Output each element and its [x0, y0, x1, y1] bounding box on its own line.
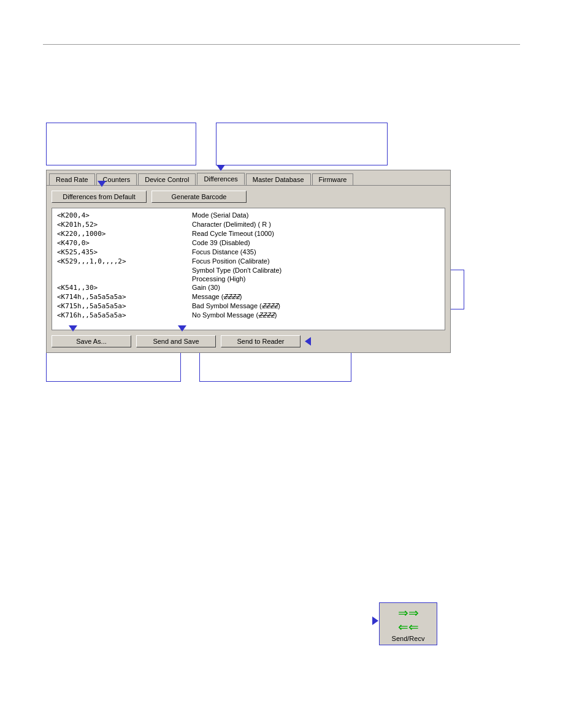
callout-box-topright: [216, 123, 388, 165]
data-row-8: Processing (High): [57, 275, 440, 283]
tab-counters-label: Counters: [103, 176, 131, 183]
data-left-7: [57, 267, 192, 274]
data-row-11: <K715h,,5a5a5a5a> Bad Symbol Message (ZZ…: [57, 301, 440, 311]
send-recv-label: Send/Recv: [392, 635, 425, 642]
data-left-8: [57, 275, 192, 282]
tab-read-rate[interactable]: Read Rate: [49, 173, 95, 185]
tab-master-database-label: Master Database: [253, 176, 304, 183]
data-row-1: <K200,4> Mode (Serial Data): [57, 211, 440, 220]
send-recv-box-arrow: [372, 616, 378, 625]
data-left-9: <K541,,30>: [57, 284, 192, 292]
data-row-10: <K714h,,5a5a5a5a> Message (ZZZZ): [57, 292, 440, 301]
data-right-11: Bad Symbol Message (ZZZZ): [192, 302, 440, 310]
save-as-button[interactable]: Save As...: [52, 335, 131, 347]
data-right-6: Focus Position (Calibrate): [192, 257, 440, 265]
top-button-row: Differences from Default Generate Barcod…: [52, 191, 445, 203]
data-right-9: Gain (30): [192, 284, 440, 292]
data-left-2: <K201h,52>: [57, 221, 192, 229]
data-row-6: <K529,,,1,0,,,,2> Focus Position (Calibr…: [57, 257, 440, 266]
diff-btn-arrow: [98, 181, 106, 187]
data-left-10: <K714h,,5a5a5a5a>: [57, 293, 192, 301]
page-container: Read Rate Counters Device Control Differ…: [0, 0, 563, 728]
tab-device-control[interactable]: Device Control: [138, 173, 196, 185]
main-panel: Read Rate Counters Device Control Differ…: [46, 170, 451, 353]
data-left-5: <K525,435>: [57, 248, 192, 256]
save-as-btn-arrow: [69, 325, 77, 332]
arrow-left-icon: ⇐⇐: [398, 620, 419, 634]
data-row-9: <K541,,30> Gain (30): [57, 283, 440, 292]
send-and-save-button[interactable]: Send and Save: [136, 335, 216, 347]
data-right-8: Processing (High): [192, 275, 440, 282]
data-right-5: Focus Distance (435): [192, 248, 440, 256]
tab-master-database[interactable]: Master Database: [246, 173, 311, 185]
send-recv-arrows: ⇒⇒ ⇐⇐: [398, 606, 419, 634]
data-left-11: <K715h,,5a5a5a5a>: [57, 302, 192, 310]
data-right-10: Message (ZZZZ): [192, 293, 440, 301]
send-and-save-label: Send and Save: [153, 338, 199, 345]
data-right-12: No Symbol Message (ZZZZ): [192, 311, 440, 319]
differences-from-default-button[interactable]: Differences from Default: [52, 191, 147, 203]
data-left-6: <K529,,,1,0,,,,2>: [57, 257, 192, 265]
panel-content: Differences from Default Generate Barcod…: [47, 186, 450, 352]
bottom-button-row: Save As... Send and Save Send to Reader: [52, 335, 445, 347]
differences-from-default-label: Differences from Default: [63, 193, 135, 200]
tab-differences[interactable]: Differences: [197, 173, 244, 185]
data-row-4: <K470,0> Code 39 (Disabled): [57, 238, 440, 248]
tab-device-control-label: Device Control: [145, 176, 189, 183]
data-right-2: Character (Delimited) ( R ): [192, 221, 440, 229]
arrow-right-icon: ⇒⇒: [398, 606, 419, 620]
generate-barcode-button[interactable]: Generate Barcode: [151, 191, 247, 203]
data-row-5: <K525,435> Focus Distance (435): [57, 248, 440, 257]
send-save-btn-arrow: [178, 325, 186, 332]
generate-barcode-label: Generate Barcode: [172, 193, 227, 200]
tab-firmware-label: Firmware: [319, 176, 347, 183]
data-left-1: <K200,4>: [57, 211, 192, 219]
send-to-reader-label: Send to Reader: [237, 338, 284, 345]
send-to-reader-arrow: [305, 337, 311, 346]
data-right-7: Symbol Type (Don't Calibrate): [192, 267, 440, 274]
callout-box-topleft: [46, 123, 196, 165]
save-as-label: Save As...: [76, 338, 107, 345]
data-table: <K200,4> Mode (Serial Data) <K201h,52> C…: [52, 208, 445, 330]
data-row-12: <K716h,,5a5a5a5a> No Symbol Message (ZZZ…: [57, 311, 440, 320]
data-left-4: <K470,0>: [57, 239, 192, 247]
differences-tab-arrow: [216, 165, 225, 171]
tab-differences-label: Differences: [204, 175, 237, 183]
data-right-4: Code 39 (Disabled): [192, 239, 440, 247]
data-left-12: <K716h,,5a5a5a5a>: [57, 311, 192, 319]
data-right-1: Mode (Serial Data): [192, 211, 440, 219]
data-row-7: Symbol Type (Don't Calibrate): [57, 266, 440, 275]
tab-read-rate-label: Read Rate: [56, 176, 88, 183]
data-right-3: Read Cycle Timeout (1000): [192, 230, 440, 238]
tab-firmware[interactable]: Firmware: [312, 173, 354, 185]
tab-bar: Read Rate Counters Device Control Differ…: [47, 170, 450, 186]
send-to-reader-button[interactable]: Send to Reader: [221, 335, 301, 347]
send-recv-box: ⇒⇒ ⇐⇐ Send/Recv: [379, 602, 437, 645]
data-left-3: <K220,,1000>: [57, 230, 192, 238]
data-row-3: <K220,,1000> Read Cycle Timeout (1000): [57, 229, 440, 238]
top-divider-line: [43, 44, 520, 45]
data-row-2: <K201h,52> Character (Delimited) ( R ): [57, 220, 440, 229]
